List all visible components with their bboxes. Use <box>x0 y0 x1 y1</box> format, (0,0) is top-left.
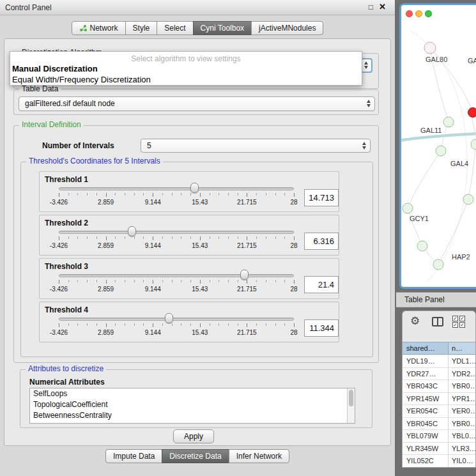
tab-infer-network[interactable]: Infer Network <box>229 449 289 463</box>
network-node[interactable] <box>417 241 427 251</box>
threshold-value-input[interactable]: 6.316 <box>304 233 339 250</box>
table-data-combobox[interactable]: galFiltered.sif default node <box>19 96 375 111</box>
algorithm-option-manual[interactable]: Manual Discretization <box>10 63 362 74</box>
tab-discretize-data[interactable]: Discretize Data <box>162 449 229 463</box>
scrollbar-thumb[interactable] <box>349 390 353 406</box>
tab-style[interactable]: Style <box>125 21 158 35</box>
algorithm-option-equal-width[interactable]: Equal Width/Frequency Discretization <box>10 74 362 85</box>
slider-track[interactable] <box>59 274 294 277</box>
threshold-value-input[interactable]: 14.713 <box>304 189 339 206</box>
table-row[interactable]: YLR345WYLR3… <box>403 443 476 456</box>
attribute-list-item[interactable]: BetweennessCentrality <box>30 410 355 421</box>
attribute-list-item[interactable]: SelfLoops <box>30 388 355 399</box>
slider-track[interactable] <box>59 231 294 234</box>
table-row[interactable]: YDL19…YDL1… <box>403 355 476 368</box>
column-header-name[interactable]: n… <box>449 342 476 354</box>
threshold-label: Threshold 2 <box>45 219 88 227</box>
network-node[interactable] <box>436 146 446 156</box>
minimize-traffic-light[interactable] <box>415 10 422 17</box>
table-row[interactable]: YBL079WYBL0… <box>403 430 476 443</box>
threshold-label: Threshold 1 <box>45 175 88 184</box>
network-node[interactable] <box>468 108 476 118</box>
slider-thumb[interactable] <box>165 313 173 323</box>
table-header: shared… n… <box>403 342 476 355</box>
network-node[interactable] <box>424 42 436 54</box>
tab-cyni-toolbox[interactable]: Cyni Toolbox <box>193 21 252 35</box>
attribute-list-item[interactable]: TopologicalCoefficient <box>30 399 355 410</box>
slider-scale-label: 21.715 <box>237 242 257 249</box>
shared-name-cell: YBL079W <box>403 430 449 442</box>
tab-label: jActiveMNodules <box>259 24 316 33</box>
network-node[interactable] <box>463 194 473 204</box>
table-panel-widget: ⚙ ✓ ✓ ✓ ✓ shared… n… YDL19…YDL1…YDR27…YD… <box>402 311 476 468</box>
slider-scale-label: 28 <box>290 286 297 293</box>
tab-label: Discretize Data <box>169 452 221 461</box>
network-node[interactable] <box>443 117 454 127</box>
threshold-value-input[interactable]: 11.344 <box>304 319 339 337</box>
slider-scale-label: 9.144 <box>145 286 161 293</box>
slider-scale-label: 28 <box>290 329 297 336</box>
close-icon[interactable]: ✕ <box>379 2 386 12</box>
column-header-shared-name[interactable]: shared… <box>403 342 449 354</box>
stepper-icon <box>361 142 367 151</box>
network-node[interactable] <box>471 139 476 150</box>
threshold-box: Threshold 2-3.4262.8599.14415.4321.71528… <box>39 215 339 256</box>
interval-definition-group: Interval Definition Number of Intervals … <box>13 125 379 363</box>
checkbox-grid-icon[interactable]: ✓ ✓ ✓ ✓ <box>452 316 466 328</box>
combobox-value: 5 <box>147 139 151 153</box>
shared-name-cell: YIL052C <box>403 455 449 467</box>
bottom-tabbar: Impute Data Discretize Data Infer Networ… <box>0 449 395 463</box>
apply-button[interactable]: Apply <box>173 429 214 443</box>
slider-thumb[interactable] <box>128 226 136 236</box>
threshold-label: Threshold 3 <box>45 262 88 271</box>
table-row[interactable]: YDR27…YDR2… <box>403 368 476 381</box>
tab-label: Style <box>133 24 150 33</box>
group-title: Attributes to discretize <box>26 364 106 373</box>
name-cell: YBR0… <box>449 418 476 430</box>
threshold-label: Threshold 4 <box>45 305 88 314</box>
stepper-icon <box>363 61 369 70</box>
slider-track[interactable] <box>59 187 294 190</box>
slider-scale-label: -3.426 <box>50 199 68 206</box>
control-panel-window: Control Panel □ ✕ Network Style Select C… <box>0 0 395 476</box>
float-window-icon[interactable]: □ <box>369 2 373 12</box>
slider-scale-label: 21.715 <box>237 329 257 336</box>
group-title: Threshold's Coordinates for 5 Intervals <box>26 157 163 165</box>
slider-scale-label: 2.859 <box>98 329 114 336</box>
numerical-attributes-list: SelfLoopsTopologicalCoefficientBetweenne… <box>29 388 355 424</box>
shared-name-cell: YDL19… <box>403 355 449 367</box>
checkbox-icon: ✓ <box>459 316 465 321</box>
slider-scale-label: -3.426 <box>50 242 68 249</box>
table-row[interactable]: YBR043CYBR0… <box>403 380 476 393</box>
slider-track[interactable] <box>59 318 294 321</box>
network-node-label: GAL4 <box>450 160 468 167</box>
desktop: Control Panel □ ✕ Network Style Select C… <box>0 0 476 476</box>
zoom-traffic-light[interactable] <box>425 10 432 17</box>
table-row[interactable]: YPR145WYPR1… <box>403 393 476 406</box>
network-node[interactable] <box>403 203 413 213</box>
network-edge <box>408 151 441 208</box>
name-cell: YDR2… <box>449 368 476 380</box>
close-traffic-light[interactable] <box>406 10 413 17</box>
threshold-value-input[interactable]: 21.4 <box>304 276 339 293</box>
cyni-toolbox-panel: Discretization Algorithm Select algorith… <box>4 38 391 446</box>
gear-icon[interactable]: ⚙ <box>410 315 420 328</box>
network-edge <box>468 144 476 199</box>
control-panel-tabbar: Network Style Select Cyni Toolbox jActiv… <box>0 21 395 35</box>
slider-thumb[interactable] <box>240 270 249 280</box>
checkbox-icon: ✓ <box>452 322 458 328</box>
tab-impute-data[interactable]: Impute Data <box>105 449 162 463</box>
table-row[interactable]: YER054CYER0… <box>403 405 476 418</box>
table-row[interactable]: YIL052CYIL0… <box>403 455 476 468</box>
network-node[interactable] <box>433 259 443 270</box>
network-edge <box>401 134 476 141</box>
name-cell: YLR3… <box>449 443 476 455</box>
table-columns-icon[interactable] <box>432 317 443 326</box>
tab-select[interactable]: Select <box>157 21 193 35</box>
tab-network[interactable]: Network <box>72 21 126 35</box>
tab-jactivemnodules[interactable]: jActiveMNodules <box>251 21 323 35</box>
table-row[interactable]: YBR045CYBR0… <box>403 418 476 431</box>
number-of-intervals-combobox[interactable]: 5 <box>141 139 371 153</box>
slider-thumb[interactable] <box>190 183 199 193</box>
scrollbar[interactable] <box>347 388 355 423</box>
